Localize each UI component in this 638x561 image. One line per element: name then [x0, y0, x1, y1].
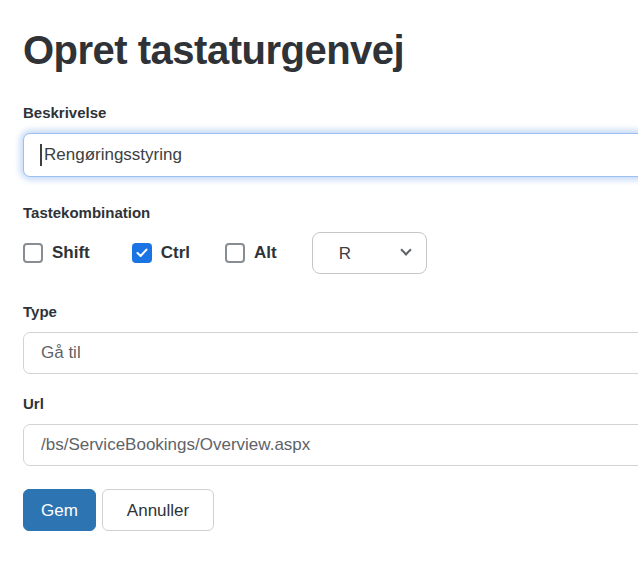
alt-checkbox[interactable]	[225, 243, 245, 263]
type-field: Type	[23, 304, 638, 374]
type-input[interactable]	[23, 332, 638, 374]
type-label: Type	[23, 304, 638, 319]
ctrl-checkbox[interactable]	[132, 243, 152, 263]
check-icon	[136, 248, 148, 258]
key-combination-row: Shift Ctrl Alt R	[23, 232, 638, 274]
description-field: Beskrivelse	[23, 105, 638, 177]
key-combination-label: Tastekombination	[23, 205, 638, 220]
ctrl-checkbox-label: Ctrl	[161, 243, 190, 263]
url-field: Url	[23, 396, 638, 466]
key-select-wrap: R	[312, 232, 427, 274]
description-input[interactable]	[23, 133, 638, 177]
description-input-wrap	[23, 133, 638, 177]
cancel-button[interactable]: Annuller	[102, 489, 214, 531]
modifier-ctrl[interactable]: Ctrl	[132, 243, 190, 263]
url-label: Url	[23, 396, 638, 411]
url-input-wrap	[23, 424, 638, 466]
text-caret	[40, 144, 42, 166]
shift-checkbox-label: Shift	[52, 243, 90, 263]
type-input-wrap	[23, 332, 638, 374]
alt-checkbox-label: Alt	[254, 243, 277, 263]
url-input[interactable]	[23, 424, 638, 466]
modifier-shift[interactable]: Shift	[23, 243, 90, 263]
key-combination-field: Tastekombination Shift Ctrl Alt	[23, 205, 638, 274]
save-button[interactable]: Gem	[23, 489, 96, 531]
modifier-alt[interactable]: Alt	[225, 243, 277, 263]
create-shortcut-form: Opret tastaturgenvej Beskrivelse Tasteko…	[0, 0, 638, 531]
form-actions: Gem Annuller	[23, 489, 638, 531]
key-select[interactable]: R	[312, 232, 427, 274]
page-title: Opret tastaturgenvej	[23, 28, 638, 72]
description-label: Beskrivelse	[23, 105, 638, 120]
shift-checkbox[interactable]	[23, 243, 43, 263]
